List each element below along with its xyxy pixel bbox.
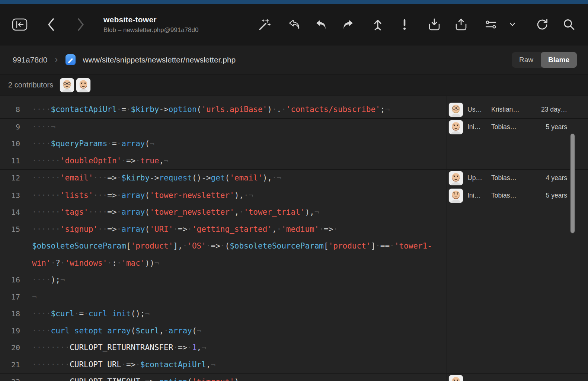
blame-time: 4 years xyxy=(540,174,567,182)
blame-time: 5 years xyxy=(540,192,567,199)
line-number: 19 xyxy=(0,323,26,340)
contributor-avatar[interactable] xyxy=(76,78,90,92)
line-number: 20 xyxy=(0,339,26,356)
code-text: ····​);¬​ xyxy=(32,272,444,289)
line-number: 17 xyxy=(0,289,26,306)
blame-author: Tobias… xyxy=(491,123,535,131)
discard-arrow-icon xyxy=(288,19,301,31)
code-text: ······​'email'···​=>·​$kirby->request()-… xyxy=(32,170,444,187)
line-number: 12 xyxy=(0,170,26,187)
line-number: 22 xyxy=(0,374,26,381)
code-text: ······​'doubleOptIn'·​=>·​true,¬​ xyxy=(32,153,444,170)
quick-actions-button[interactable] xyxy=(255,16,274,33)
stash-save-button[interactable] xyxy=(425,16,444,33)
workflow-button[interactable] xyxy=(482,16,500,33)
search-icon xyxy=(563,18,575,31)
blame-summary: Ini… xyxy=(467,192,487,199)
breadcrumb-separator-icon: › xyxy=(55,54,58,65)
line-number: 21 xyxy=(0,356,26,374)
path-bar: 991a78d0 › www/site/snippets/newsletter/… xyxy=(0,45,588,74)
blame-entry[interactable]: Us…Kristian…23 day… xyxy=(447,101,588,118)
blame-entry[interactable] xyxy=(447,373,588,381)
undo-button[interactable] xyxy=(312,16,330,33)
wand-icon xyxy=(258,18,271,31)
blame-avatar xyxy=(449,120,463,134)
code-text: ······​'lists'···​=>·​array('tower-newsl… xyxy=(32,187,444,204)
code-text: ····​$queryParams·​=·​array(¬​ xyxy=(32,135,444,153)
vertical-scrollbar-thumb[interactable] xyxy=(570,133,575,234)
cherry-pick-button[interactable] xyxy=(368,16,387,33)
workflow-icon xyxy=(484,19,498,31)
blame-avatar xyxy=(449,103,463,117)
push-button[interactable] xyxy=(395,16,414,33)
code-text: ········​CURLOPT_TIMEOUT·​=>·​option('ti… xyxy=(32,374,444,381)
breadcrumb-file-path[interactable]: www/site/snippets/newsletter/newsletter.… xyxy=(83,55,236,64)
panel-toggle-icon xyxy=(12,18,28,31)
blame-time: 5 years xyxy=(540,123,567,131)
forward-icon xyxy=(76,17,85,32)
file-icon xyxy=(65,54,76,66)
line-number: 8 xyxy=(0,101,26,118)
cherry-pick-icon xyxy=(371,18,384,31)
blame-author: Tobias… xyxy=(491,174,535,182)
code-text: ····¬​ xyxy=(32,119,444,136)
line-number: 14 xyxy=(0,204,26,221)
contributor-avatars xyxy=(60,78,90,92)
window-title-block: website-tower Blob – newsletter.php@991a… xyxy=(103,15,198,34)
raw-button[interactable]: Raw xyxy=(512,52,541,68)
workflow-dropdown[interactable] xyxy=(503,16,522,33)
blame-entry[interactable]: Ini…Tobias…5 years xyxy=(447,118,588,135)
contributor-avatar[interactable] xyxy=(60,78,74,92)
blame-entry[interactable]: Ini…Tobias…5 years xyxy=(447,187,588,204)
stash-save-icon xyxy=(428,18,441,31)
refresh-button[interactable] xyxy=(533,16,552,33)
chevron-down-icon xyxy=(509,22,515,27)
code-text: ····​curl_setopt_array($curl,·​array(¬​ xyxy=(32,323,444,340)
line-number: 15 xyxy=(0,221,26,272)
line-number: 18 xyxy=(0,305,26,323)
window-top-accent xyxy=(0,0,588,4)
stash-apply-icon xyxy=(454,18,468,31)
line-number: 13 xyxy=(0,187,26,204)
line-number: 10 xyxy=(0,135,26,153)
code-text: ····​$curl·​=·​curl_init();¬​ xyxy=(32,305,444,323)
blame-time: 23 day… xyxy=(540,106,567,113)
contributors-label: 2 contributors xyxy=(8,81,53,89)
blame-summary: Up… xyxy=(467,174,487,182)
blame-entry[interactable]: Up…Tobias…4 years xyxy=(447,169,588,186)
forward-button[interactable] xyxy=(71,16,90,33)
blame-author: Tobias… xyxy=(491,192,535,199)
contributors-bar: 2 contributors xyxy=(0,74,588,96)
search-button[interactable] xyxy=(560,16,578,33)
blame-avatar xyxy=(449,375,463,381)
window-subtitle: Blob – newsletter.php@991a78d0 xyxy=(103,26,198,34)
line-number: 9 xyxy=(0,119,26,136)
code-text: ······​'signup'··​=>·​array('URI'·​=>·​'… xyxy=(32,221,444,272)
blame-summary: Ini… xyxy=(467,123,487,131)
blame-author: Kristian… xyxy=(491,106,535,113)
line-number: 11 xyxy=(0,153,26,170)
line-number: 16 xyxy=(0,272,26,289)
redo-button[interactable] xyxy=(339,16,357,33)
blame-button[interactable]: Blame xyxy=(541,52,577,68)
code-text: ······​'tags'····​=>·​array('tower_newsl… xyxy=(32,204,444,221)
blame-avatar xyxy=(449,189,463,203)
code-text: ¬​ xyxy=(32,289,444,306)
toolbar: website-tower Blob – newsletter.php@991a… xyxy=(0,4,588,45)
blame-summary: Us… xyxy=(467,106,487,113)
panel-toggle-button[interactable] xyxy=(10,16,29,33)
code-text: ········​CURLOPT_RETURNTRANSFER·​=>·​1,¬… xyxy=(32,339,444,356)
push-icon xyxy=(398,18,411,31)
view-mode-switch: Raw Blame xyxy=(512,52,577,68)
breadcrumb-commit[interactable]: 991a78d0 xyxy=(13,55,47,64)
stash-apply-button[interactable] xyxy=(452,16,470,33)
refresh-icon xyxy=(536,18,549,31)
back-button[interactable] xyxy=(42,16,60,33)
back-icon xyxy=(47,17,55,32)
code-text: ····​$contactApiUrl·​=·​$kirby->option('… xyxy=(32,101,444,118)
blame-gutter: Us…Kristian…23 day…Ini…Tobias…5 yearsUp…… xyxy=(447,96,588,381)
blame-avatar xyxy=(449,171,463,185)
redo-arrow-icon xyxy=(342,19,354,30)
discard-button[interactable] xyxy=(285,16,304,33)
code-area: 8····​$contactApiUrl·​=·​$kirby->option(… xyxy=(0,96,588,381)
